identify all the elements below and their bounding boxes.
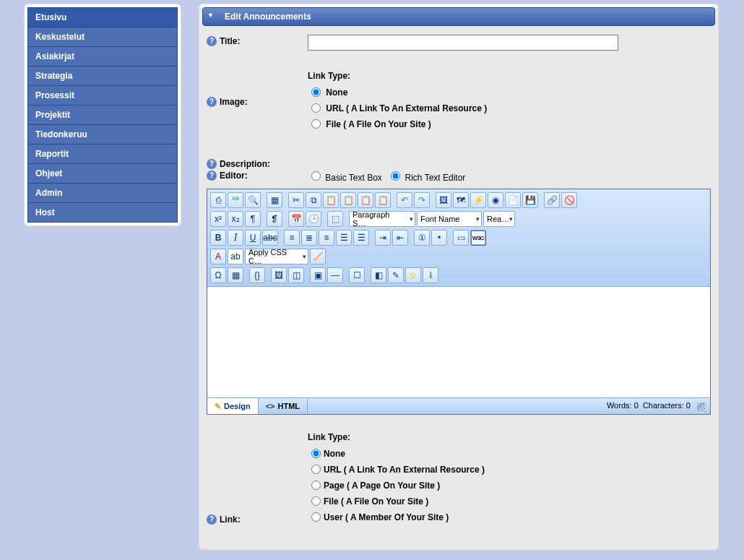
redo-icon[interactable]: ↷ — [414, 192, 430, 208]
align-remove-icon[interactable]: ☰ — [353, 230, 369, 246]
about-icon[interactable]: ℹ — [423, 267, 438, 283]
font-name-dropdown[interactable]: Font Name — [417, 211, 482, 227]
sidebar-item-tiedonkeruu[interactable]: Tiedonkeruu — [28, 125, 177, 145]
font-size-dropdown[interactable]: Rea… — [483, 211, 515, 227]
hr-icon[interactable]: — — [327, 267, 343, 283]
track-changes-icon[interactable]: ✎ — [388, 267, 404, 283]
underline-icon[interactable]: U — [245, 230, 261, 246]
sidebar-item-etusivu[interactable]: Etusivu — [28, 8, 177, 27]
document-icon[interactable]: 📄 — [505, 192, 521, 208]
help-icon[interactable]: ? — [207, 514, 217, 525]
sidebar-item-admin[interactable]: Admin — [28, 184, 177, 203]
linktype-url-radio[interactable] — [311, 465, 321, 474]
design-tab[interactable]: ✎ Design — [207, 398, 259, 414]
insert-time-icon[interactable]: 🕒 — [306, 211, 321, 227]
insert-table-icon[interactable]: ▦ — [228, 267, 243, 283]
form-element-icon[interactable]: ☐ — [349, 267, 365, 283]
new-paragraph-icon[interactable]: ❡ — [267, 211, 282, 227]
image-linktype-url[interactable]: URL ( A Link To An External Resource ) — [308, 100, 711, 116]
title-input[interactable] — [308, 35, 618, 51]
paste-html-icon[interactable]: 📋 — [375, 192, 391, 208]
linktype-file[interactable]: File ( A File On Your Site ) — [308, 493, 711, 509]
insert-symbol-icon[interactable]: Ω — [210, 267, 226, 283]
hyperlink-icon[interactable]: 🔗 — [544, 192, 560, 208]
outdent-icon[interactable]: ⇤ — [392, 230, 408, 246]
media-icon[interactable]: ◉ — [488, 192, 503, 208]
editor-rich-radio[interactable] — [391, 171, 400, 181]
format-block-icon[interactable]: ⬚ — [327, 211, 343, 227]
find-icon[interactable]: 🔍 — [245, 192, 261, 208]
editor-rich-option[interactable]: Rich Text Editor — [387, 173, 465, 183]
sidebar-item-prosessit[interactable]: Prosessit — [28, 86, 177, 105]
numbered-list-icon[interactable]: ① — [414, 230, 430, 246]
bullet-list-icon[interactable]: • — [431, 230, 447, 246]
superscript-icon[interactable]: x² — [210, 211, 226, 227]
snippet-icon[interactable]: {} — [249, 267, 265, 283]
image-linktype-none-radio[interactable] — [311, 87, 321, 97]
align-justify-icon[interactable]: ☰ — [336, 230, 352, 246]
copy-icon[interactable]: ⧉ — [306, 192, 321, 208]
align-right-icon[interactable]: ≡ — [319, 230, 334, 246]
backcolor-icon[interactable]: ab — [228, 249, 243, 264]
linktype-page[interactable]: Page ( A Page On Your Site ) — [308, 477, 711, 493]
linktype-none[interactable]: None — [308, 445, 711, 461]
apply-css-class-dropdown[interactable]: Apply CSS C… — [245, 249, 308, 264]
sidebar-item-host[interactable]: Host — [28, 203, 177, 223]
resize-grip-icon[interactable] — [697, 402, 706, 411]
editor-content-area[interactable] — [207, 286, 710, 398]
sidebar-item-asiakirjat[interactable]: Asiakirjat — [28, 47, 177, 66]
italic-icon[interactable]: I — [228, 230, 243, 246]
editor-basic-option[interactable]: Basic Text Box — [308, 173, 384, 183]
align-left-icon[interactable]: ≡ — [284, 230, 300, 246]
select-all-icon[interactable]: ▦ — [267, 192, 282, 208]
strikethrough-icon[interactable]: abc — [262, 230, 278, 246]
module-icon[interactable]: ◧ — [371, 267, 386, 283]
help-icon[interactable]: ? — [207, 97, 217, 107]
remove-link-icon[interactable]: 🚫 — [561, 192, 577, 208]
paragraph-style-dropdown[interactable]: Paragraph S… — [349, 211, 415, 227]
image-linktype-file[interactable]: File ( A File On Your Site ) — [308, 116, 711, 132]
editor-basic-radio[interactable] — [311, 171, 321, 181]
image-linktype-none[interactable]: None — [308, 84, 711, 100]
undo-icon[interactable]: ↶ — [397, 192, 412, 208]
align-center-icon[interactable]: ≣ — [301, 230, 317, 246]
paragraph-icon[interactable]: ¶ — [245, 211, 261, 227]
toggle-border-icon[interactable]: ▭ — [453, 230, 469, 246]
sidebar-item-projektit[interactable]: Projektit — [28, 105, 177, 125]
abs-position-icon[interactable]: ◫ — [288, 267, 304, 283]
linktype-none-radio[interactable] — [311, 449, 321, 458]
image-linktype-file-radio[interactable] — [311, 119, 321, 129]
linktype-user[interactable]: User ( A Member Of Your Site ) — [308, 509, 711, 525]
help-icon[interactable]: ? — [207, 171, 217, 181]
bold-icon[interactable]: B — [210, 230, 226, 246]
insert-date-icon[interactable]: 📅 — [288, 211, 304, 227]
cut-icon[interactable]: ✂ — [288, 192, 304, 208]
template-save-icon[interactable]: 💾 — [522, 192, 538, 208]
help-icon[interactable]: ? — [207, 36, 217, 46]
linktype-file-radio[interactable] — [311, 496, 321, 506]
image-linktype-url-radio[interactable] — [311, 103, 321, 113]
linktype-user-radio[interactable] — [311, 512, 321, 522]
sidebar-item-raportit[interactable]: Raportit — [28, 145, 177, 164]
sidebar-item-strategia[interactable]: Strategia — [28, 66, 177, 86]
image-manager-icon[interactable]: 🖼 — [436, 192, 451, 208]
forecolor-icon[interactable]: A — [210, 249, 226, 264]
indent-icon[interactable]: ⇥ — [375, 230, 391, 246]
linktype-url[interactable]: URL ( A Link To An External Resource ) — [308, 461, 711, 477]
emoticon-icon[interactable]: ☺ — [405, 267, 421, 283]
subscript-icon[interactable]: x₂ — [228, 211, 243, 227]
groupbox-icon[interactable]: ▣ — [310, 267, 326, 283]
xhtml-validate-icon[interactable]: W3C — [470, 230, 486, 246]
spellcheck-icon[interactable]: ᴬᴮ — [228, 192, 243, 208]
image-map-icon[interactable]: 🗺 — [453, 192, 469, 208]
format-stripper-icon[interactable]: 🧹 — [310, 249, 326, 264]
linktype-page-radio[interactable] — [311, 481, 321, 490]
panel-header[interactable]: Edit Announcements — [202, 7, 715, 26]
paste-word-icon[interactable]: 📋 — [340, 192, 356, 208]
paste-icon[interactable]: 📋 — [323, 192, 339, 208]
sidebar-item-keskustelut[interactable]: Keskustelut — [28, 27, 177, 47]
image-props-icon[interactable]: 🖼 — [271, 267, 287, 283]
flash-icon[interactable]: ⚡ — [470, 192, 486, 208]
print-icon[interactable]: ⎙ — [210, 192, 226, 208]
html-tab[interactable]: <> HTML — [259, 398, 308, 414]
